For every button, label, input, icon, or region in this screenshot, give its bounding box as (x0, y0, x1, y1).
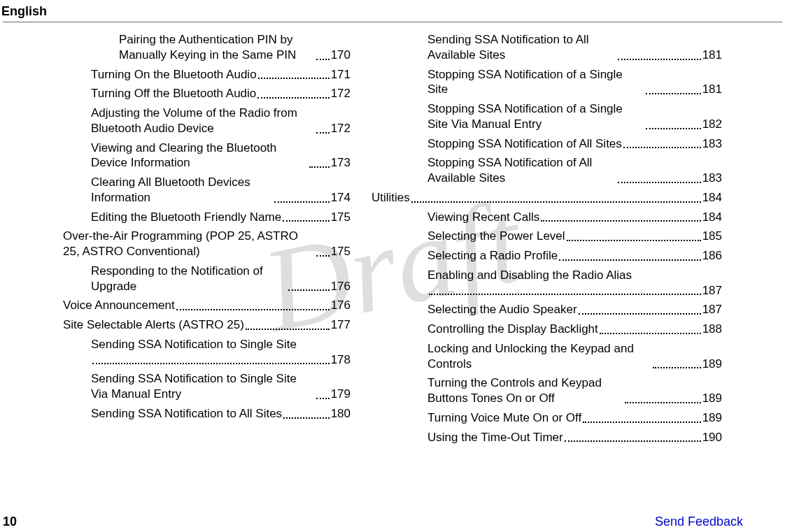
toc-entry[interactable]: Locking and Unlocking the Keypad and Con… (427, 341, 722, 372)
toc-entry[interactable]: Editing the Bluetooth Friendly Name175 (91, 210, 351, 225)
toc-text: Viewing Recent Calls (427, 210, 539, 225)
toc-page: 188 (702, 322, 722, 337)
toc-entry[interactable]: Viewing Recent Calls184 (427, 210, 722, 225)
toc-entry[interactable]: Over-the-Air Programming (POP 25, ASTRO … (63, 229, 351, 259)
toc-page: 181 (702, 48, 722, 63)
toc-page: 180 (331, 406, 351, 422)
toc-entry[interactable]: Sending SSA Notification to All Availabl… (427, 32, 722, 63)
toc-page: 182 (702, 117, 722, 132)
toc-entry[interactable]: Turning On the Bluetooth Audio171 (91, 67, 351, 82)
toc-text: Voice Announcement (63, 298, 175, 313)
toc-text: Selecting the Audio Speaker (427, 302, 577, 317)
toc-entry[interactable]: Sending SSA Notification to All Sites180 (91, 406, 351, 422)
toc-leader-dots (257, 97, 329, 99)
toc-text: Stopping SSA Notification of a Single Si… (427, 101, 644, 132)
toc-page: 185 (702, 229, 722, 244)
toc-text: Stopping SSA Notification of All Availab… (427, 155, 616, 186)
toc-page: 187 (702, 283, 722, 299)
toc-entry[interactable]: Clearing All Bluetooth Devices Informati… (91, 175, 351, 206)
toc-leader-dots (316, 255, 330, 257)
toc-entry[interactable]: Selecting a Radio Profile186 (427, 248, 722, 264)
toc-text: Enabling and Disabling the Radio Alias (427, 268, 722, 283)
toc-page: 181 (702, 82, 722, 97)
toc-entry[interactable]: Responding to the Notification of Upgrad… (91, 264, 351, 294)
toc-entry[interactable]: Turning Voice Mute On or Off189 (427, 410, 722, 426)
toc-text: Clearing All Bluetooth Devices Informati… (91, 175, 273, 206)
toc-leader-dots (623, 147, 701, 148)
toc-leader-dots (316, 132, 330, 134)
toc-page: 183 (702, 136, 722, 152)
toc-entry[interactable]: Stopping SSA Notification of All Sites18… (427, 136, 722, 152)
toc-leader-dots (646, 128, 701, 129)
toc-text: Stopping SSA Notification of a Single Si… (427, 67, 644, 98)
toc-leader-dots (567, 240, 701, 241)
toc-page: 175 (331, 244, 351, 259)
toc-leader-dots (316, 398, 330, 399)
toc-entry[interactable]: Site Selectable Alerts (ASTRO 25)177 (63, 317, 351, 333)
toc-text: Turning the Controls and Keypad Buttons … (427, 375, 623, 406)
toc-entry[interactable]: Pairing the Authentication PIN by Manual… (119, 32, 351, 63)
toc-leader-dots (258, 78, 330, 79)
toc-page: 179 (331, 387, 351, 402)
toc-text: Sending SSA Notification to Single Site (91, 337, 351, 352)
toc-column-left: Pairing the Authentication PIN by Manual… (63, 32, 392, 449)
toc-entry[interactable]: Stopping SSA Notification of a Single Si… (427, 67, 722, 98)
toc-text: Viewing and Clearing the Bluetooth Devic… (91, 141, 308, 171)
toc-page: 174 (331, 190, 351, 206)
toc-text: Sending SSA Notification to Single Site … (91, 371, 315, 402)
toc-page: 187 (702, 302, 722, 317)
toc-text: Turning Off the Bluetooth Audio (91, 86, 256, 101)
toc-entry[interactable]: Sending SSA Notification to Single Site … (91, 337, 351, 368)
toc-entry[interactable]: Adjusting the Volume of the Radio from B… (91, 106, 351, 136)
toc-entry[interactable]: Selecting the Audio Speaker187 (427, 302, 722, 317)
toc-leader-dots (92, 363, 330, 364)
toc-text: Turning Voice Mute On or Off (427, 410, 581, 426)
toc-entry[interactable]: Sending SSA Notification to Single Site … (91, 371, 351, 402)
toc-page: 189 (702, 410, 722, 426)
toc-leader-dots (246, 329, 330, 330)
toc-page: 183 (702, 171, 722, 186)
toc-leader-dots (646, 93, 701, 94)
toc-page: 176 (331, 298, 351, 313)
send-feedback-link[interactable]: Send Feedback (655, 515, 743, 529)
toc-text: Sending SSA Notification to All Sites (91, 406, 282, 422)
toc-entry[interactable]: Turning Off the Bluetooth Audio172 (91, 86, 351, 101)
toc-page: 175 (331, 210, 351, 225)
toc-leader-dots (176, 309, 330, 310)
toc-entry[interactable]: Viewing and Clearing the Bluetooth Devic… (91, 141, 351, 171)
toc-entry[interactable]: Stopping SSA Notification of a Single Si… (427, 101, 722, 132)
toc-text: Over-the-Air Programming (POP 25, ASTRO … (63, 229, 315, 259)
toc-leader-dots (283, 220, 329, 222)
toc-text: Using the Time-Out Timer (427, 430, 563, 445)
toc-page: 184 (702, 210, 722, 225)
toc-page: 173 (331, 155, 351, 171)
page-footer: 10 Send Feedback (0, 515, 785, 529)
toc-leader-dots (565, 440, 701, 442)
toc-entry[interactable]: Selecting the Power Level185 (427, 229, 722, 244)
toc-page: 171 (331, 67, 351, 82)
toc-page: 190 (702, 430, 722, 445)
toc-text: Editing the Bluetooth Friendly Name (91, 210, 281, 225)
toc-text: Pairing the Authentication PIN by Manual… (119, 32, 315, 63)
toc-text: Adjusting the Volume of the Radio from B… (91, 106, 315, 136)
toc-entry[interactable]: Controlling the Display Backlight188 (427, 322, 722, 337)
toc-text: Controlling the Display Backlight (427, 322, 598, 337)
toc-leader-dots (625, 402, 701, 403)
toc-leader-dots (274, 201, 330, 203)
toc-page: 170 (331, 48, 351, 63)
toc-text: Turning On the Bluetooth Audio (91, 67, 257, 82)
toc-leader-dots (600, 333, 701, 334)
toc-entry[interactable]: Using the Time-Out Timer190 (427, 430, 722, 445)
toc-leader-dots (316, 59, 330, 60)
language-header: English (0, 0, 785, 22)
toc-leader-dots (653, 367, 701, 368)
toc-text: Responding to the Notification of Upgrad… (91, 264, 287, 294)
toc-entry[interactable]: Voice Announcement176 (63, 298, 351, 313)
toc-leader-dots (283, 417, 330, 419)
toc-entry[interactable]: Stopping SSA Notification of All Availab… (427, 155, 722, 186)
toc-entry[interactable]: Enabling and Disabling the Radio Alias 1… (427, 268, 722, 299)
toc-leader-dots (618, 59, 701, 60)
toc-entry[interactable]: Turning the Controls and Keypad Buttons … (427, 375, 722, 406)
toc-page: 189 (702, 391, 722, 406)
toc-entry[interactable]: Utilities184 (372, 190, 722, 206)
